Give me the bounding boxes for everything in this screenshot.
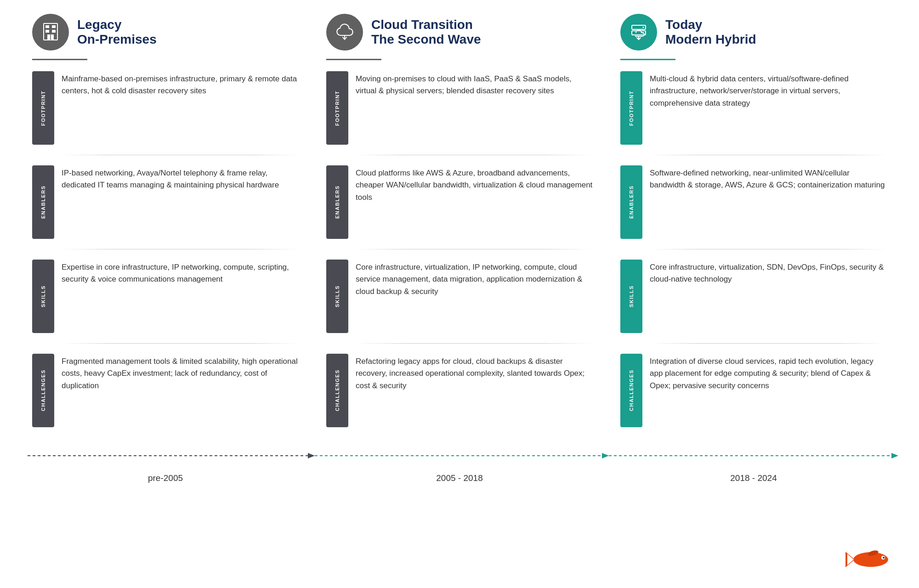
col-title-legacy: Legacy On-Premises	[77, 17, 157, 47]
separator-3-legacy	[62, 343, 299, 344]
section-challenges-today: CHALLENGES Integration of diverse cloud …	[620, 354, 887, 427]
separator-1-cloud	[356, 155, 593, 155]
col-title-line1-today: Today	[665, 17, 756, 32]
building-icon	[40, 22, 61, 43]
label-challenges-cloud: CHALLENGES	[326, 354, 348, 427]
label-challenges-today: CHALLENGES	[620, 354, 642, 427]
svg-rect-4	[52, 30, 56, 33]
section-enablers-legacy: ENABLERS IP-based networking, Avaya/Nort…	[32, 165, 299, 239]
timeline-label-pre2005: pre-2005	[18, 473, 312, 483]
label-enablers-cloud: ENABLERS	[326, 165, 348, 239]
label-skills-legacy: SKILLS	[32, 260, 54, 333]
section-footprint-cloud: FOOTPRINT Moving on-premises to cloud wi…	[326, 71, 593, 145]
label-wrap-footprint-today: FOOTPRINT	[620, 71, 642, 145]
label-wrap-footprint-cloud: FOOTPRINT	[326, 71, 348, 145]
column-cloud: Cloud Transition The Second Wave FOOTPRI…	[312, 14, 607, 437]
legacy-icon-circle	[32, 14, 69, 51]
section-footprint-today: FOOTPRINT Multi-cloud & hybrid data cent…	[620, 71, 887, 145]
separator-1-legacy	[62, 155, 299, 155]
timeline-label-2005: 2005 - 2018	[312, 473, 607, 483]
section-enablers-cloud: ENABLERS Cloud platforms like AWS & Azur…	[326, 165, 593, 239]
text-enablers-legacy: IP-based networking, Avaya/Nortel teleph…	[62, 165, 299, 239]
col-title-line2-legacy: On-Premises	[77, 32, 157, 47]
col-header-legacy: Legacy On-Premises	[32, 14, 299, 51]
svg-rect-3	[45, 30, 49, 33]
text-challenges-legacy: Fragmented management tools & limited sc…	[62, 354, 299, 427]
cloud-icon-circle	[326, 14, 363, 51]
text-skills-today: Core infrastructure, virtualization, SDN…	[650, 260, 887, 333]
label-enablers-legacy: ENABLERS	[32, 165, 54, 239]
col-title-line2-cloud: The Second Wave	[371, 32, 481, 47]
col-title-line1-legacy: Legacy	[77, 17, 157, 32]
col-divider-cloud	[326, 59, 381, 60]
section-skills-legacy: SKILLS Expertise in core infrastructure,…	[32, 260, 299, 333]
timeline-svg	[18, 447, 901, 474]
col-divider-legacy	[32, 59, 87, 60]
timeline-labels: pre-2005 2005 - 2018 2018 - 2024	[18, 473, 901, 483]
text-footprint-legacy: Mainframe-based on-premises infrastructu…	[62, 71, 299, 145]
label-wrap-enablers-today: ENABLERS	[620, 165, 642, 239]
separator-1-today	[650, 155, 887, 155]
section-enablers-today: ENABLERS Software-defined networking, ne…	[620, 165, 887, 239]
label-skills-cloud: SKILLS	[326, 260, 348, 333]
text-enablers-today: Software-defined networking, near-unlimi…	[650, 165, 887, 239]
col-header-today: Today Modern Hybrid	[620, 14, 887, 51]
separator-2-cloud	[356, 249, 593, 249]
label-skills-today: SKILLS	[620, 260, 642, 333]
col-title-today: Today Modern Hybrid	[665, 17, 756, 47]
fish-logo	[845, 545, 901, 574]
svg-point-9	[643, 27, 644, 28]
svg-marker-19	[847, 554, 854, 565]
svg-marker-14	[602, 453, 609, 458]
section-footprint-legacy: FOOTPRINT Mainframe-based on-premises in…	[32, 71, 299, 145]
main-container: Legacy On-Premises FOOTPRINT Mainframe-b…	[0, 0, 919, 483]
svg-marker-16	[891, 453, 898, 458]
col-title-cloud: Cloud Transition The Second Wave	[371, 17, 481, 47]
column-legacy: Legacy On-Premises FOOTPRINT Mainframe-b…	[18, 14, 312, 437]
svg-rect-2	[52, 25, 56, 28]
column-today: Today Modern Hybrid FOOTPRINT Multi-clou…	[607, 14, 901, 437]
label-footprint-cloud: FOOTPRINT	[326, 71, 348, 145]
timeline-label-2018: 2018 - 2024	[607, 473, 901, 483]
fish-svg	[845, 545, 901, 572]
col-title-line1-cloud: Cloud Transition	[371, 17, 481, 32]
label-footprint-legacy: FOOTPRINT	[32, 71, 54, 145]
text-challenges-today: Integration of diverse cloud services, r…	[650, 354, 887, 427]
label-wrap-challenges-today: CHALLENGES	[620, 354, 642, 427]
col-divider-today	[620, 59, 675, 60]
label-challenges-legacy: CHALLENGES	[32, 354, 54, 427]
text-footprint-cloud: Moving on-premises to cloud with IaaS, P…	[356, 71, 593, 145]
separator-2-today	[650, 249, 887, 249]
section-skills-cloud: SKILLS Core infrastructure, virtualizati…	[326, 260, 593, 333]
label-wrap-enablers-cloud: ENABLERS	[326, 165, 348, 239]
separator-3-today	[650, 343, 887, 344]
text-footprint-today: Multi-cloud & hybrid data centers, virtu…	[650, 71, 887, 145]
separator-3-cloud	[356, 343, 593, 344]
text-skills-cloud: Core infrastructure, virtualization, IP …	[356, 260, 593, 333]
section-skills-today: SKILLS Core infrastructure, virtualizati…	[620, 260, 887, 333]
label-wrap-skills-cloud: SKILLS	[326, 260, 348, 333]
label-wrap-skills-legacy: SKILLS	[32, 260, 54, 333]
hybrid-icon	[628, 22, 649, 43]
cloud-icon	[334, 22, 355, 43]
section-challenges-cloud: CHALLENGES Refactoring legacy apps for c…	[326, 354, 593, 427]
timeline-row: pre-2005 2005 - 2018 2018 - 2024	[18, 447, 901, 483]
svg-point-21	[883, 557, 885, 559]
label-wrap-skills-today: SKILLS	[620, 260, 642, 333]
separator-2-legacy	[62, 249, 299, 249]
label-wrap-footprint-legacy: FOOTPRINT	[32, 71, 54, 145]
text-challenges-cloud: Refactoring legacy apps for cloud, cloud…	[356, 354, 593, 427]
text-skills-legacy: Expertise in core infrastructure, IP net…	[62, 260, 299, 333]
label-enablers-today: ENABLERS	[620, 165, 642, 239]
label-footprint-today: FOOTPRINT	[620, 71, 642, 145]
label-wrap-challenges-legacy: CHALLENGES	[32, 354, 54, 427]
section-challenges-legacy: CHALLENGES Fragmented management tools &…	[32, 354, 299, 427]
columns-row: Legacy On-Premises FOOTPRINT Mainframe-b…	[18, 14, 901, 437]
col-title-line2-today: Modern Hybrid	[665, 32, 756, 47]
label-wrap-enablers-legacy: ENABLERS	[32, 165, 54, 239]
svg-rect-1	[45, 25, 49, 28]
today-icon-circle	[620, 14, 657, 51]
text-enablers-cloud: Cloud platforms like AWS & Azure, broadb…	[356, 165, 593, 239]
svg-marker-12	[308, 453, 315, 458]
label-wrap-challenges-cloud: CHALLENGES	[326, 354, 348, 427]
